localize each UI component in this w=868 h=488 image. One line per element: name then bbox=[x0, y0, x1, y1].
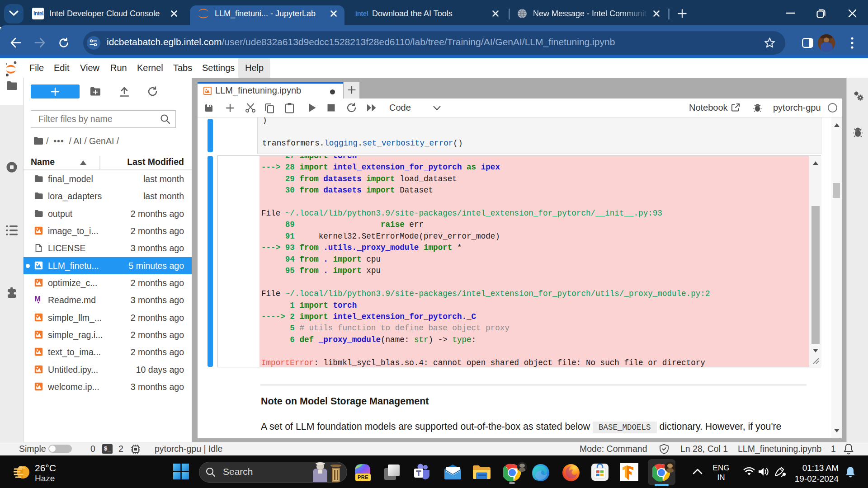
svg-text:M: M bbox=[35, 296, 41, 303]
